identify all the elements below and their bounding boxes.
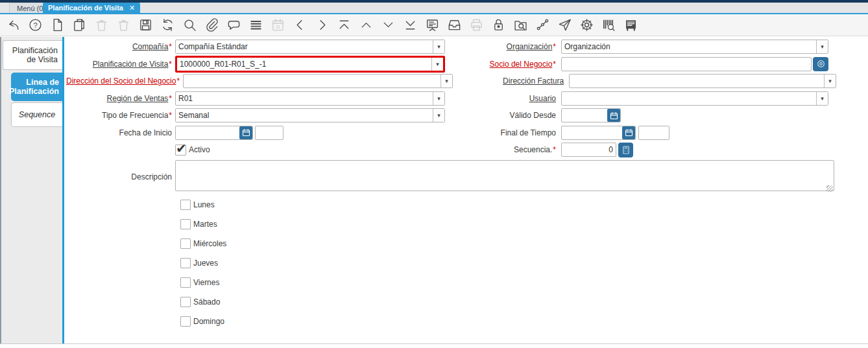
frecuencia-combobox[interactable]: Semanal: [175, 108, 445, 122]
dropdown-arrow-icon[interactable]: [433, 40, 444, 53]
calendar-picker-button[interactable]: [239, 126, 252, 139]
print-icon: [469, 17, 484, 32]
next-record-button[interactable]: [314, 17, 330, 34]
chat-icon: [226, 17, 241, 32]
compania-combobox[interactable]: Compañía Estándar: [175, 40, 445, 54]
sidebar-tab-label: Planificación de Visita: [3, 46, 58, 64]
change-log-button[interactable]: [623, 17, 639, 34]
attachment-button[interactable]: [204, 17, 220, 34]
help-button[interactable]: ?: [27, 17, 43, 34]
sabado-checkbox[interactable]: [180, 297, 191, 307]
settings-button[interactable]: [579, 17, 595, 34]
lunes-checkbox[interactable]: [180, 200, 191, 210]
attachment-icon: [204, 17, 219, 32]
detail-record-icon: [381, 17, 396, 32]
undo-button[interactable]: [5, 17, 21, 34]
form-row: Martes: [66, 215, 868, 234]
martes-label: Martes: [193, 220, 217, 229]
textarea-resize-handle[interactable]: [826, 185, 833, 192]
zoom-across-button[interactable]: [512, 17, 529, 34]
usuario-label: Usuario: [448, 94, 556, 103]
dropdown-arrow-icon[interactable]: [816, 92, 828, 105]
dropdown-arrow-icon[interactable]: [440, 75, 452, 87]
sidebar-tab-planificacion-de-visita[interactable]: Planificación de Visita: [3, 40, 62, 70]
delete-record-icon: [94, 17, 109, 32]
detail-record-button[interactable]: [380, 17, 396, 34]
activo-checkbox[interactable]: [175, 145, 186, 156]
usuario-combobox[interactable]: [561, 91, 828, 106]
viernes-checkbox[interactable]: [180, 277, 191, 288]
domingo-checkbox[interactable]: [180, 316, 191, 327]
calendar-picker-button[interactable]: [607, 109, 620, 122]
barcode-scan-button[interactable]: [601, 17, 617, 34]
form-row: Dirección del Socio del Negocio* Direcci…: [66, 73, 868, 90]
valido-desde-label: Válido Desde: [448, 111, 556, 120]
lock-icon: [491, 17, 506, 32]
frecuencia-value: Semanal: [176, 109, 433, 122]
tab-sidebar: Planificación de Visita Linea de Planifi…: [0, 37, 64, 343]
application-window: Menú (0) Planificación de Visita ✕ ?31 P…: [0, 0, 868, 348]
business-partner-search-icon: [817, 60, 825, 68]
archive-button[interactable]: [446, 17, 463, 34]
chat-button[interactable]: [226, 17, 242, 34]
last-record-button[interactable]: [402, 17, 418, 34]
socio-input[interactable]: [561, 57, 812, 71]
send-button[interactable]: [557, 17, 573, 34]
form-row: Jueves: [66, 253, 868, 273]
close-icon[interactable]: ✕: [129, 5, 135, 12]
business-partner-search-button[interactable]: [813, 57, 828, 71]
parent-record-button[interactable]: [358, 17, 374, 34]
delete-selection-button: [115, 17, 132, 34]
form-row: Domingo: [66, 312, 868, 331]
menu-lines-button[interactable]: [248, 17, 264, 34]
print-button: [468, 17, 485, 34]
final-tiempo-time-input[interactable]: [638, 126, 669, 140]
miercoles-checkbox[interactable]: [180, 238, 191, 249]
svg-text:31: 31: [276, 25, 281, 29]
domingo-label: Domingo: [193, 317, 224, 326]
region-combobox[interactable]: R01: [175, 91, 445, 106]
form-row: Tipo de Frecuencia* Semanal Válido Desde: [66, 107, 868, 124]
calculator-button[interactable]: [618, 143, 633, 157]
find-button[interactable]: [182, 17, 198, 34]
new-record-button[interactable]: [49, 17, 66, 34]
descripcion-textarea[interactable]: [175, 160, 834, 191]
direccion-socio-combobox[interactable]: [183, 74, 453, 88]
refresh-button[interactable]: [160, 17, 176, 34]
save-button[interactable]: [138, 17, 154, 34]
tab-planificacion-de-visita[interactable]: Planificación de Visita ✕: [43, 3, 140, 13]
parent-record-icon: [359, 17, 374, 32]
secuencia-input[interactable]: [561, 143, 616, 157]
dropdown-arrow-icon[interactable]: [433, 109, 444, 122]
lock-button[interactable]: [490, 17, 507, 34]
workflow-button[interactable]: [535, 17, 551, 34]
jueves-label: Jueves: [193, 259, 218, 268]
direccion-factura-combobox[interactable]: [569, 74, 836, 88]
previous-record-button[interactable]: [292, 17, 308, 34]
undo-icon: [6, 17, 21, 32]
tab-label: Planificación de Visita: [48, 4, 123, 12]
organizacion-combobox[interactable]: Organización: [561, 40, 828, 54]
report-button[interactable]: [424, 17, 440, 34]
dropdown-arrow-icon[interactable]: [816, 40, 828, 53]
calendar-icon: [610, 111, 618, 120]
dropdown-arrow-icon[interactable]: [824, 75, 836, 87]
dropdown-arrow-icon[interactable]: [431, 58, 443, 71]
sidebar-tab-sequence[interactable]: Sequence: [11, 102, 62, 127]
new-record-icon: [50, 17, 65, 32]
calendar-picker-button[interactable]: [622, 126, 635, 139]
martes-checkbox[interactable]: [180, 219, 191, 229]
barcode-scan-icon: [601, 17, 616, 32]
jueves-checkbox[interactable]: [180, 258, 191, 268]
copy-record-button[interactable]: [71, 17, 88, 34]
calendar-button: 31: [270, 17, 286, 34]
form-row: Región de Ventas* R01 Usuario: [66, 90, 868, 108]
calendar-icon: [242, 128, 250, 137]
dropdown-arrow-icon[interactable]: [433, 92, 444, 105]
fecha-inicio-time-input[interactable]: [255, 126, 283, 140]
planificacion-combobox[interactable]: 1000000_R01-R01_S_-1: [175, 56, 445, 73]
previous-record-icon: [293, 17, 307, 32]
first-record-button[interactable]: [336, 17, 352, 34]
sidebar-tab-linea-de-planificacion[interactable]: Linea de Planificación: [11, 73, 62, 101]
calendar-icon: [625, 128, 633, 137]
